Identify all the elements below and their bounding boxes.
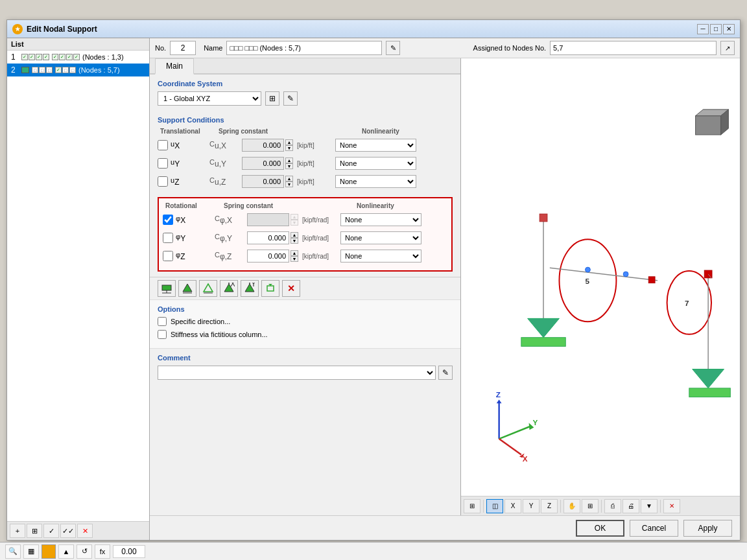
uz-checkbox[interactable] (158, 176, 168, 187)
vp-pan-button[interactable]: ✋ (563, 499, 580, 513)
list-item[interactable]: 2 □ □ □ ✓ □ □ (Nodes : 5,7) (7, 64, 149, 76)
tab-main[interactable]: Main (155, 58, 194, 75)
svg-text:7: 7 (685, 299, 689, 307)
ux-nonlin-select[interactable]: NoneFailure if Neg.Failure if Pos. (335, 139, 416, 152)
translational-header: Translational (160, 128, 212, 135)
stiffness-fict-checkbox[interactable] (158, 330, 167, 339)
phiy-checkbox[interactable] (163, 233, 173, 243)
check-button[interactable]: ✓ (43, 524, 59, 538)
cancel-button[interactable]: Cancel (630, 520, 678, 537)
stiffness-fict-label: Stiffness via fictitious column... (171, 331, 268, 338)
vp-iso-button[interactable]: ◫ (486, 499, 503, 513)
phix-checkbox[interactable] (163, 215, 173, 225)
phiy-spring-input[interactable] (247, 231, 289, 244)
vp-dropdown-button[interactable]: ▼ (641, 499, 658, 513)
vp-render-button[interactable]: ⎙ (604, 499, 621, 513)
vp-x-button[interactable]: X (504, 499, 521, 513)
ux-spring-input[interactable] (242, 139, 284, 152)
right-panel: No. 2 Name ✎ Assigned to Nodes No. ↗ (150, 38, 740, 540)
uz-nonlin-select[interactable]: NoneFailure if Neg.Failure if Pos. (335, 175, 416, 188)
vp-view-button[interactable]: ⊞ (464, 499, 480, 513)
svg-text:X: X (230, 283, 235, 288)
ux-spring-label: Cu,X (209, 140, 242, 150)
phiy-row: φY Cφ,Y ▲ ▼ [kipft/rad] NoneFailure if N… (163, 230, 447, 246)
assigned-input[interactable] (550, 41, 717, 55)
ux-spin-down[interactable]: ▼ (285, 145, 293, 151)
status-search-button[interactable]: 🔍 (5, 544, 21, 559)
status-snap-button[interactable]: ▲ (58, 544, 74, 559)
checkall-button[interactable]: ✓✓ (60, 524, 76, 538)
support-icon-4[interactable]: X (220, 280, 238, 297)
status-grid-button[interactable]: ▦ (23, 544, 39, 559)
viewport: 5 7 (461, 58, 740, 515)
status-rotate-button[interactable]: ↺ (77, 544, 92, 559)
vp-y-button[interactable]: Y (523, 499, 540, 513)
support-icon-2[interactable] (178, 280, 196, 297)
phix-nonlin-select[interactable]: NoneFailure if Neg. (340, 213, 421, 226)
status-value: 0.00 (113, 545, 145, 558)
phiz-spin-up[interactable]: ▲ (290, 250, 298, 256)
phiz-spin-down[interactable]: ▼ (290, 256, 298, 262)
ux-checkbox[interactable] (158, 140, 168, 150)
new-button[interactable]: + (10, 524, 25, 538)
uz-spin-up[interactable]: ▲ (285, 176, 293, 181)
phiy-nonlin-select[interactable]: NoneFailure if Neg. (340, 231, 421, 244)
phiz-checkbox[interactable] (163, 251, 173, 261)
ok-button[interactable]: OK (576, 520, 624, 537)
assigned-select-button[interactable]: ↗ (720, 41, 735, 55)
uy-spring-label: Cu,Y (209, 158, 242, 169)
coord-icon2-button[interactable]: ✎ (283, 91, 298, 106)
phiy-spin-down[interactable]: ▼ (290, 238, 298, 244)
vp-close-button[interactable]: ✕ (663, 499, 680, 513)
uz-spring-input[interactable] (242, 175, 284, 188)
specific-dir-option: Specific direction... (158, 317, 453, 326)
no-value: 2 (181, 43, 185, 52)
coord-icon1-button[interactable]: ⊞ (265, 91, 279, 106)
vp-zoomin-button[interactable]: ⊞ (582, 499, 599, 513)
svg-rect-33 (689, 388, 731, 397)
phiz-spring-input[interactable] (247, 250, 289, 262)
svg-text:Y: Y (251, 283, 255, 288)
minimize-button[interactable]: ─ (697, 24, 709, 34)
name-edit-button[interactable]: ✎ (386, 41, 400, 55)
phiz-spin: ▲ ▼ (290, 250, 298, 262)
uz-spin-down[interactable]: ▼ (285, 181, 293, 187)
delete-button[interactable]: ✕ (77, 524, 93, 538)
list-item[interactable]: 1 ✓ ✓ ✓ ✓ ✓ ✓ ✓ ✓ (Nodes : 1,3) (7, 51, 149, 64)
support-icon-6[interactable] (261, 280, 279, 297)
support-icon-3[interactable] (199, 280, 217, 297)
specific-dir-checkbox[interactable] (158, 317, 167, 326)
comment-input[interactable] (158, 366, 436, 380)
coord-section-title: Coordinate System (158, 80, 453, 88)
status-formula-button[interactable]: fx (95, 544, 110, 559)
svg-text:Z: Z (496, 390, 501, 399)
uy-spring-input[interactable] (242, 157, 284, 170)
vp-z-button[interactable]: Z (541, 499, 558, 513)
uz-spring-label: Cu,Z (209, 176, 242, 187)
form-panel: Main Coordinate System 1 - Global XYZ Lo… (150, 58, 461, 515)
name-input[interactable] (226, 41, 382, 55)
support-icon-1[interactable] (158, 280, 176, 297)
support-icon-clear[interactable]: ✕ (282, 280, 300, 297)
ux-spin: ▲ ▼ (285, 139, 293, 151)
coord-system-select[interactable]: 1 - Global XYZ Local (158, 91, 261, 106)
svg-rect-0 (162, 285, 171, 290)
phiy-spin-up[interactable]: ▲ (290, 232, 298, 238)
uy-checkbox[interactable] (158, 158, 168, 169)
uz-label: uZ (171, 176, 209, 187)
support-icon-5[interactable]: Y (241, 280, 259, 297)
uy-spin-down[interactable]: ▼ (285, 163, 293, 169)
uy-spin-up[interactable]: ▲ (285, 158, 293, 163)
list-item-label: (Nodes : 5,7) (78, 66, 120, 74)
comment-edit-button[interactable]: ✎ (438, 366, 453, 380)
phix-unit: [kipft/rad] (302, 216, 338, 224)
apply-button[interactable]: Apply (683, 520, 732, 537)
maximize-button[interactable]: □ (710, 24, 722, 34)
phiz-nonlin-select[interactable]: NoneFailure if Neg. (340, 250, 421, 262)
vp-print-button[interactable]: 🖨 (622, 499, 639, 513)
uy-nonlin-select[interactable]: NoneFailure if Neg.Failure if Pos. (335, 157, 416, 170)
duplicate-button[interactable]: ⊞ (27, 524, 42, 538)
ux-spin-up[interactable]: ▲ (285, 139, 293, 145)
close-button[interactable]: ✕ (723, 24, 735, 34)
phiz-unit: [kipft/rad] (302, 253, 338, 260)
